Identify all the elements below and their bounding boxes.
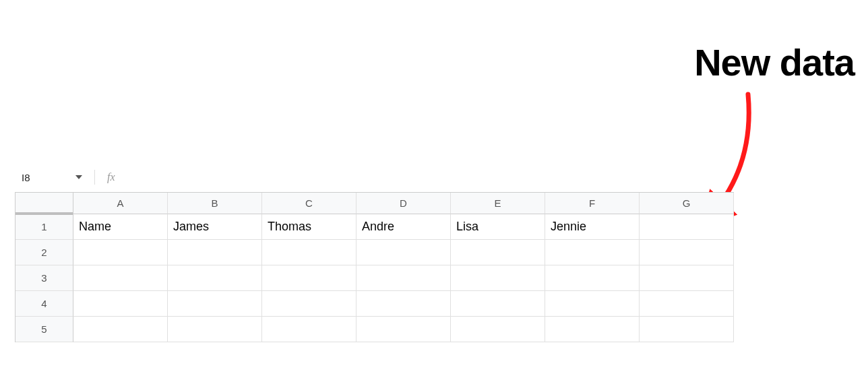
cell-g1[interactable]	[640, 214, 734, 240]
column-header-row: A B C D E F G	[16, 193, 734, 214]
table-row: 2	[16, 240, 734, 265]
cell-g5[interactable]	[640, 317, 734, 342]
row-header-4[interactable]: 4	[16, 291, 73, 317]
cell-c5[interactable]	[262, 317, 356, 342]
cell-b5[interactable]	[168, 317, 262, 342]
col-header-e[interactable]: E	[451, 193, 545, 214]
cell-c1[interactable]: Thomas	[262, 214, 356, 240]
row-header-2[interactable]: 2	[16, 240, 73, 265]
cell-d4[interactable]	[356, 291, 451, 317]
cell-a4[interactable]	[73, 291, 168, 317]
col-header-c[interactable]: C	[262, 193, 356, 214]
cell-g4[interactable]	[640, 291, 734, 317]
col-header-g[interactable]: G	[640, 193, 734, 214]
row-header-3[interactable]: 3	[16, 265, 73, 291]
cell-b2[interactable]	[168, 240, 262, 265]
cell-a2[interactable]	[73, 240, 168, 265]
col-header-d[interactable]: D	[356, 193, 451, 214]
cell-d5[interactable]	[356, 317, 451, 342]
cell-g2[interactable]	[640, 240, 734, 265]
cell-e1[interactable]: Lisa	[451, 214, 545, 240]
row-header-5[interactable]: 5	[16, 317, 73, 342]
cell-b3[interactable]	[168, 265, 262, 291]
cell-a5[interactable]	[73, 317, 168, 342]
table-row: 3	[16, 265, 734, 291]
fx-icon[interactable]: fx	[107, 171, 115, 183]
cell-g3[interactable]	[640, 265, 734, 291]
formula-bar: I8 fx	[15, 167, 115, 187]
cell-f4[interactable]	[545, 291, 640, 317]
cell-c2[interactable]	[262, 240, 356, 265]
cell-e5[interactable]	[451, 317, 545, 342]
cell-f1[interactable]: Jennie	[545, 214, 640, 240]
select-all-corner[interactable]	[16, 193, 73, 214]
cell-e2[interactable]	[451, 240, 545, 265]
cell-a1[interactable]: Name	[73, 214, 168, 240]
col-header-f[interactable]: F	[545, 193, 640, 214]
name-box-dropdown-icon[interactable]	[75, 175, 82, 179]
cell-b1[interactable]: James	[168, 214, 262, 240]
cell-b4[interactable]	[168, 291, 262, 317]
cell-d2[interactable]	[356, 240, 451, 265]
cell-e4[interactable]	[451, 291, 545, 317]
table-row: 1 Name James Thomas Andre Lisa Jennie	[16, 214, 734, 240]
cell-c3[interactable]	[262, 265, 356, 291]
col-header-a[interactable]: A	[73, 193, 168, 214]
cell-f2[interactable]	[545, 240, 640, 265]
spreadsheet-grid: A B C D E F G 1 Name James Thomas Andre …	[15, 192, 734, 342]
cell-a3[interactable]	[73, 265, 168, 291]
row-header-1[interactable]: 1	[16, 214, 73, 240]
table-row: 4	[16, 291, 734, 317]
cell-c4[interactable]	[262, 291, 356, 317]
name-box[interactable]: I8	[15, 172, 75, 183]
cell-f3[interactable]	[545, 265, 640, 291]
cell-f5[interactable]	[545, 317, 640, 342]
table-row: 5	[16, 317, 734, 342]
cell-e3[interactable]	[451, 265, 545, 291]
annotation-label: New data	[694, 40, 855, 84]
cell-d3[interactable]	[356, 265, 451, 291]
col-header-b[interactable]: B	[168, 193, 262, 214]
cell-d1[interactable]: Andre	[356, 214, 451, 240]
divider	[94, 170, 95, 185]
